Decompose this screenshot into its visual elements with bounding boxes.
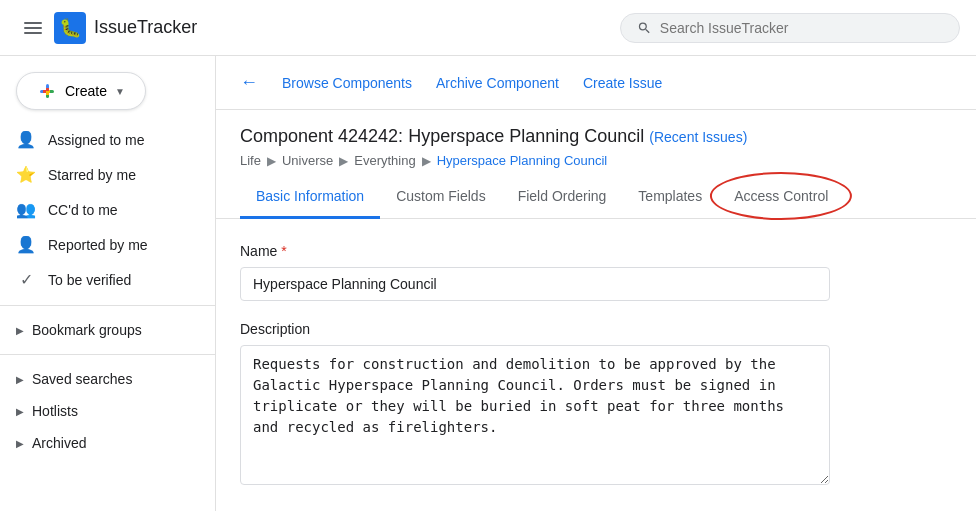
component-title-text: Component 424242: Hyperspace Planning Co… bbox=[240, 126, 644, 146]
sidebar-group-label: Saved searches bbox=[32, 371, 132, 387]
sidebar-group-label: Hotlists bbox=[32, 403, 78, 419]
sidebar-divider-2 bbox=[0, 354, 215, 355]
menu-icon[interactable] bbox=[16, 11, 50, 45]
required-star: * bbox=[281, 243, 286, 259]
sidebar-group-saved-searches[interactable]: ▶ Saved searches bbox=[0, 363, 207, 395]
chevron-right-icon: ▶ bbox=[16, 325, 24, 336]
breadcrumb-item[interactable]: Everything bbox=[354, 153, 415, 168]
star-icon: ⭐ bbox=[16, 165, 36, 184]
svg-rect-0 bbox=[24, 22, 42, 24]
description-field-group: Description Requests for construction an… bbox=[240, 321, 952, 488]
create-chevron-icon: ▼ bbox=[115, 86, 125, 97]
create-button[interactable]: Create ▼ bbox=[16, 72, 146, 110]
sidebar-divider-1 bbox=[0, 305, 215, 306]
tab-access-control[interactable]: Access Control bbox=[718, 176, 844, 219]
name-label: Name * bbox=[240, 243, 952, 259]
name-field-group: Name * bbox=[240, 243, 952, 301]
svg-rect-1 bbox=[24, 27, 42, 29]
name-input[interactable] bbox=[240, 267, 830, 301]
sidebar-item-starred-by-me[interactable]: ⭐ Starred by me bbox=[0, 157, 207, 192]
breadcrumb-current[interactable]: Hyperspace Planning Council bbox=[437, 153, 608, 168]
chevron-right-icon: ▶ bbox=[16, 374, 24, 385]
breadcrumb: Life ▶ Universe ▶ Everything ▶ Hyperspac… bbox=[240, 153, 952, 168]
search-input[interactable] bbox=[660, 20, 943, 36]
breadcrumb-separator: ▶ bbox=[267, 154, 276, 168]
sidebar-item-ccd-to-me[interactable]: 👥 CC'd to me bbox=[0, 192, 207, 227]
sidebar-group-label: Archived bbox=[32, 435, 86, 451]
form-area: Name * Description Requests for construc… bbox=[216, 219, 976, 511]
create-label: Create bbox=[65, 83, 107, 99]
sidebar-label: Assigned to me bbox=[48, 132, 145, 148]
archive-component-link[interactable]: Archive Component bbox=[436, 75, 559, 91]
main-content: ← Browse Components Archive Component Cr… bbox=[216, 56, 976, 511]
tabs-bar: Basic Information Custom Fields Field Or… bbox=[216, 176, 976, 219]
create-plus-icon bbox=[37, 81, 57, 101]
sidebar-label: Starred by me bbox=[48, 167, 136, 183]
check-icon: ✓ bbox=[16, 270, 36, 289]
tab-custom-fields[interactable]: Custom Fields bbox=[380, 176, 501, 219]
component-title: Component 424242: Hyperspace Planning Co… bbox=[240, 126, 952, 147]
sidebar-group-hotlists[interactable]: ▶ Hotlists bbox=[0, 395, 207, 427]
tab-field-ordering[interactable]: Field Ordering bbox=[502, 176, 623, 219]
description-label: Description bbox=[240, 321, 952, 337]
sidebar-item-to-be-verified[interactable]: ✓ To be verified bbox=[0, 262, 207, 297]
create-issue-link[interactable]: Create Issue bbox=[583, 75, 662, 91]
chevron-right-icon: ▶ bbox=[16, 406, 24, 417]
top-navigation: 🐛 IssueTracker bbox=[0, 0, 976, 56]
tab-basic-information[interactable]: Basic Information bbox=[240, 176, 380, 219]
component-header: Component 424242: Hyperspace Planning Co… bbox=[216, 110, 976, 168]
sidebar-item-reported-by-me[interactable]: 👤 Reported by me bbox=[0, 227, 207, 262]
sidebar-item-assigned-to-me[interactable]: 👤 Assigned to me bbox=[0, 122, 207, 157]
app-title: IssueTracker bbox=[94, 17, 197, 38]
recent-issues-link[interactable]: (Recent Issues) bbox=[649, 129, 747, 145]
sidebar-group-bookmark-groups[interactable]: ▶ Bookmark groups bbox=[0, 314, 207, 346]
browse-components-link[interactable]: Browse Components bbox=[282, 75, 412, 91]
app-logo: 🐛 IssueTracker bbox=[54, 12, 197, 44]
tab-templates[interactable]: Templates bbox=[622, 176, 718, 219]
group-icon: 👥 bbox=[16, 200, 36, 219]
sidebar-group-label: Bookmark groups bbox=[32, 322, 142, 338]
back-button[interactable]: ← bbox=[240, 72, 258, 93]
sidebar-label: CC'd to me bbox=[48, 202, 118, 218]
sidebar: Create ▼ 👤 Assigned to me ⭐ Starred by m… bbox=[0, 56, 216, 511]
sidebar-label: To be verified bbox=[48, 272, 131, 288]
report-icon: 👤 bbox=[16, 235, 36, 254]
sidebar-group-archived[interactable]: ▶ Archived bbox=[0, 427, 207, 459]
svg-rect-2 bbox=[24, 32, 42, 34]
breadcrumb-separator: ▶ bbox=[339, 154, 348, 168]
breadcrumb-item[interactable]: Life bbox=[240, 153, 261, 168]
person-icon: 👤 bbox=[16, 130, 36, 149]
chevron-right-icon: ▶ bbox=[16, 438, 24, 449]
page-navigation: ← Browse Components Archive Component Cr… bbox=[216, 56, 976, 110]
logo-bug-icon: 🐛 bbox=[54, 12, 86, 44]
search-icon bbox=[637, 20, 652, 36]
breadcrumb-item[interactable]: Universe bbox=[282, 153, 333, 168]
description-textarea[interactable]: Requests for construction and demolition… bbox=[240, 345, 830, 485]
search-bar[interactable] bbox=[620, 13, 960, 43]
breadcrumb-separator: ▶ bbox=[422, 154, 431, 168]
sidebar-label: Reported by me bbox=[48, 237, 148, 253]
